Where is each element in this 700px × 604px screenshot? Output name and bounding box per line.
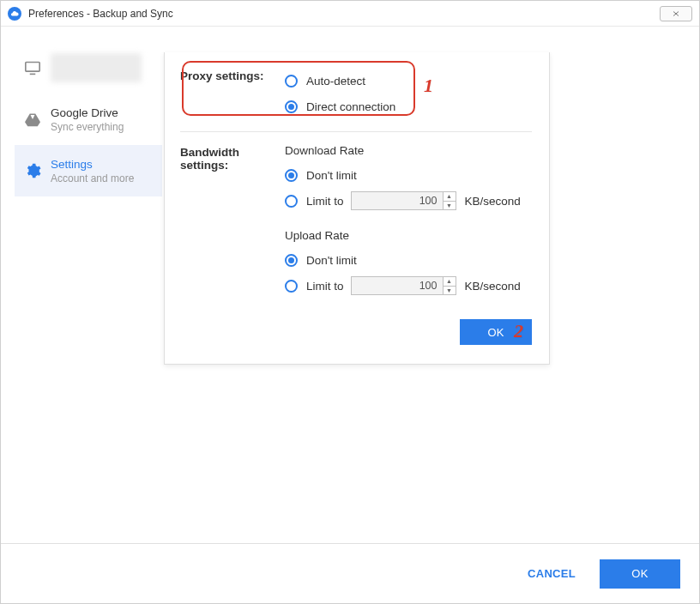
- radio-label: Don't limit: [306, 169, 357, 182]
- proxy-settings-label: Proxy settings:: [180, 68, 285, 119]
- titlebar: Preferences - Backup and Sync: [1, 1, 699, 27]
- app-cloud-icon: [8, 7, 21, 21]
- settings-panel: Proxy settings: Auto-detect Direct conne…: [164, 52, 550, 365]
- upload-limit-input[interactable]: [351, 276, 444, 295]
- download-dont-limit-option[interactable]: Don't limit: [285, 162, 532, 188]
- radio-icon: [285, 254, 298, 267]
- svg-rect-0: [26, 62, 39, 71]
- sidebar-item-device[interactable]: [15, 42, 162, 94]
- radio-icon: [285, 195, 298, 208]
- window-title: Preferences - Backup and Sync: [28, 8, 173, 20]
- download-unit: KB/second: [465, 195, 521, 208]
- radio-icon: [285, 75, 298, 88]
- radio-label: Direct connection: [306, 100, 395, 113]
- sidebar-item-settings[interactable]: Settings Account and more: [15, 145, 162, 196]
- drive-icon: [23, 112, 42, 127]
- cancel-button[interactable]: CANCEL: [528, 567, 576, 580]
- sidebar-item-label: Google Drive: [51, 106, 124, 119]
- annotation-number-2: 2: [514, 320, 523, 342]
- number-spinner[interactable]: ▲ ▼: [444, 191, 456, 210]
- radio-icon: [285, 100, 298, 113]
- ok-button[interactable]: OK: [600, 559, 680, 589]
- download-rate-heading: Download Rate: [285, 144, 532, 157]
- sidebar-item-sublabel: Sync everything: [51, 121, 124, 133]
- sidebar-item-sublabel: Account and more: [51, 172, 134, 184]
- upload-unit: KB/second: [465, 280, 521, 293]
- radio-icon: [285, 169, 298, 182]
- footer: CANCEL OK: [1, 543, 699, 603]
- proxy-direct-option[interactable]: Direct connection: [285, 94, 532, 119]
- bandwidth-settings-row: Bandwidth settings: Download Rate Don't …: [180, 144, 532, 299]
- download-limit-to-option[interactable]: Limit to ▲ ▼ KB/second: [285, 188, 532, 214]
- radio-label: Auto-detect: [306, 75, 365, 88]
- radio-icon: [285, 280, 298, 293]
- spinner-up-icon[interactable]: ▲: [444, 277, 456, 287]
- spinner-down-icon[interactable]: ▼: [444, 287, 456, 295]
- preferences-window: Preferences - Backup and Sync Google Dri…: [0, 0, 700, 604]
- number-spinner[interactable]: ▲ ▼: [444, 276, 456, 295]
- spinner-up-icon[interactable]: ▲: [444, 192, 456, 202]
- annotation-number-1: 1: [424, 75, 433, 97]
- proxy-auto-detect-option[interactable]: Auto-detect: [285, 68, 532, 94]
- upload-limit-to-option[interactable]: Limit to ▲ ▼ KB/second: [285, 273, 532, 299]
- body-area: Google Drive Sync everything Settings Ac…: [1, 27, 699, 543]
- radio-label: Limit to: [306, 195, 344, 208]
- sidebar-item-google-drive[interactable]: Google Drive Sync everything: [15, 94, 162, 145]
- sidebar: Google Drive Sync everything Settings Ac…: [15, 42, 162, 196]
- upload-dont-limit-option[interactable]: Don't limit: [285, 247, 532, 273]
- monitor-icon: [23, 60, 42, 76]
- bandwidth-settings-label: Bandwidth settings:: [180, 144, 285, 299]
- radio-label: Don't limit: [306, 254, 357, 267]
- upload-rate-heading: Upload Rate: [285, 229, 532, 242]
- proxy-settings-row: Proxy settings: Auto-detect Direct conne…: [180, 68, 532, 119]
- gear-icon: [23, 162, 42, 179]
- divider: [180, 131, 532, 132]
- spinner-down-icon[interactable]: ▼: [444, 202, 456, 210]
- window-close-button[interactable]: [660, 6, 692, 21]
- blurred-device-name: [51, 53, 142, 82]
- download-limit-input[interactable]: [351, 191, 444, 210]
- radio-label: Limit to: [306, 280, 344, 293]
- sidebar-item-label: Settings: [51, 158, 134, 171]
